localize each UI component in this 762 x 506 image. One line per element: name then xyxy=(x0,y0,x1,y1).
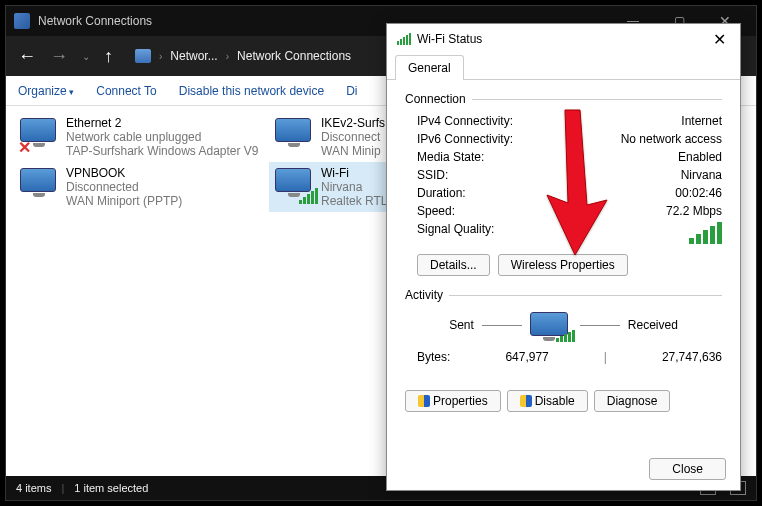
connection-item-wifi[interactable]: Wi-Fi Nirvana Realtek RTL xyxy=(269,162,399,212)
connection-status: Network cable unplugged xyxy=(66,130,259,144)
disconnected-x-icon: ✕ xyxy=(18,138,34,154)
chevron-right-icon: › xyxy=(159,51,162,62)
connection-name: Ethernet 2 xyxy=(66,116,259,130)
status-selected-count: 1 item selected xyxy=(74,482,148,494)
properties-button[interactable]: Properties xyxy=(405,390,501,412)
back-button[interactable]: ← xyxy=(18,46,36,67)
wireless-properties-button[interactable]: Wireless Properties xyxy=(498,254,628,276)
close-button[interactable]: Close xyxy=(649,458,726,480)
connection-device: WAN Minip xyxy=(321,144,385,158)
signal-quality-label: Signal Quality: xyxy=(417,222,494,244)
connection-status: Disconnected xyxy=(66,180,182,194)
bytes-received-value: 27,747,636 xyxy=(662,350,722,364)
speed-label: Speed: xyxy=(417,204,455,218)
shield-icon xyxy=(520,395,532,407)
connection-name: Wi-Fi xyxy=(321,166,387,180)
media-state-value: Enabled xyxy=(678,150,722,164)
forward-button[interactable]: → xyxy=(50,46,68,67)
details-button[interactable]: Details... xyxy=(417,254,490,276)
chevron-right-icon: › xyxy=(226,51,229,62)
breadcrumb-seg-2[interactable]: Network Connections xyxy=(237,49,351,63)
up-button[interactable]: ↑ xyxy=(104,46,113,67)
connect-to-button[interactable]: Connect To xyxy=(96,84,157,98)
connection-item-vpnbook[interactable]: VPNBOOK Disconnected WAN Miniport (PPTP) xyxy=(14,162,269,212)
connection-device: TAP-Surfshark Windows Adapter V9 xyxy=(66,144,259,158)
status-item-count: 4 items xyxy=(16,482,51,494)
wifi-status-dialog: Wi-Fi Status ✕ General Connection IPv4 C… xyxy=(386,23,741,491)
ssid-value: Nirvana xyxy=(681,168,722,182)
connection-name: IKEv2-Surfs xyxy=(321,116,385,130)
disable-device-button[interactable]: Disable this network device xyxy=(179,84,324,98)
wifi-icon xyxy=(275,166,315,206)
shield-icon xyxy=(418,395,430,407)
group-activity-label: Activity xyxy=(405,288,443,302)
ipv4-value: Internet xyxy=(681,114,722,128)
signal-bars-icon xyxy=(299,188,318,204)
ipv4-label: IPv4 Connectivity: xyxy=(417,114,513,128)
window-icon xyxy=(14,13,30,29)
connection-item-ikev2[interactable]: IKEv2-Surfs Disconnect WAN Minip xyxy=(269,112,399,162)
signal-quality-bars-icon xyxy=(689,222,722,244)
ssid-label: SSID: xyxy=(417,168,448,182)
dialog-title: Wi-Fi Status xyxy=(417,32,482,46)
tab-general[interactable]: General xyxy=(395,55,464,80)
diagnose-connection-button[interactable]: Di xyxy=(346,84,357,98)
group-connection-label: Connection xyxy=(405,92,466,106)
connection-device: WAN Miniport (PPTP) xyxy=(66,194,182,208)
address-bar[interactable]: › Networ... › Network Connections xyxy=(135,49,351,63)
received-label: Received xyxy=(628,318,678,332)
organize-menu[interactable]: Organize xyxy=(18,84,74,98)
disable-button[interactable]: Disable xyxy=(507,390,588,412)
duration-label: Duration: xyxy=(417,186,466,200)
connection-item-ethernet[interactable]: ✕ Ethernet 2 Network cable unplugged TAP… xyxy=(14,112,269,162)
dialog-close-button[interactable]: ✕ xyxy=(709,30,730,49)
media-state-label: Media State: xyxy=(417,150,484,164)
connection-name: VPNBOOK xyxy=(66,166,182,180)
diagnose-button[interactable]: Diagnose xyxy=(594,390,671,412)
breadcrumb-seg-1[interactable]: Networ... xyxy=(170,49,217,63)
ipv6-label: IPv6 Connectivity: xyxy=(417,132,513,146)
ethernet-icon: ✕ xyxy=(20,116,60,156)
bytes-label: Bytes: xyxy=(417,350,450,364)
sent-label: Sent xyxy=(449,318,474,332)
signal-bars-icon xyxy=(397,33,411,45)
activity-monitor-icon xyxy=(530,310,572,340)
recent-dropdown[interactable]: ⌄ xyxy=(82,51,90,62)
ipv6-value: No network access xyxy=(621,132,722,146)
window-title: Network Connections xyxy=(38,14,152,28)
connection-device: Realtek RTL xyxy=(321,194,387,208)
vpn-icon xyxy=(275,116,315,156)
connection-status: Nirvana xyxy=(321,180,387,194)
dialog-tabs: General xyxy=(387,54,740,80)
location-icon xyxy=(135,49,151,63)
dialog-body: Connection IPv4 Connectivity:Internet IP… xyxy=(387,80,740,447)
duration-value: 00:02:46 xyxy=(675,186,722,200)
dialog-titlebar: Wi-Fi Status ✕ xyxy=(387,24,740,54)
vpn-icon xyxy=(20,166,60,206)
connection-status: Disconnect xyxy=(321,130,385,144)
speed-value: 72.2 Mbps xyxy=(666,204,722,218)
bytes-sent-value: 647,977 xyxy=(505,350,548,364)
